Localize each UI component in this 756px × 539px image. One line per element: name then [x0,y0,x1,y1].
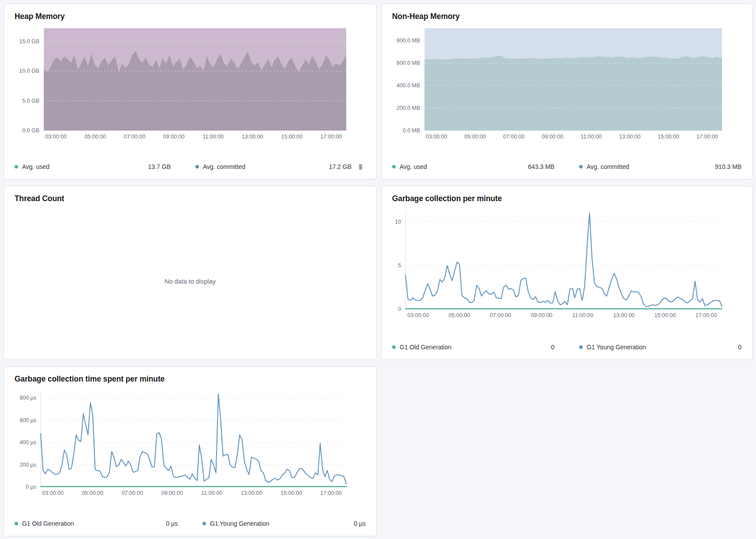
legend-series-label: G1 Young Generation [587,344,646,351]
legend-item-g1-old-generation[interactable]: G1 Old Generation 0 µs [15,520,178,527]
svg-text:13:00:00: 13:00:00 [613,312,635,318]
legend-series-label: G1 Old Generation [400,344,452,351]
legend-series-value: 0 [551,344,554,351]
thread-count-chart-canvas: No data to display [15,209,366,354]
svg-text:15:00:00: 15:00:00 [658,134,679,140]
svg-text:800.0 MB: 800.0 MB [397,37,420,44]
legend-item-avg-used[interactable]: Avg. used 13.7 GB [15,163,171,170]
legend-series-label: G1 Old Generation [22,520,74,527]
svg-text:15.0 GB: 15.0 GB [19,38,40,45]
svg-text:03:00:00: 03:00:00 [42,490,64,496]
svg-text:13:00:00: 13:00:00 [242,134,263,140]
svg-text:07:00:00: 07:00:00 [124,134,146,140]
series-green-dot-icon [392,345,396,349]
svg-text:03:00:00: 03:00:00 [426,134,447,140]
legend-item-avg-committed[interactable]: Avg. committed 910.3 MB [579,163,741,170]
svg-text:0: 0 [398,306,401,312]
series-green-dot-icon [15,165,18,168]
non-heap-memory-panel: Non-Heap Memory 0.0 MB200.0 MB400.0 MB60… [381,4,752,180]
svg-text:03:00:00: 03:00:00 [408,312,429,318]
svg-text:200.0 MB: 200.0 MB [397,105,420,111]
panel-title-gc-time-per-minute: Garbage collection time spent per minute [15,374,366,384]
gc-time-per-minute-legend: G1 Old Generation 0 µs G1 Young Generati… [15,516,366,531]
svg-text:07:00:00: 07:00:00 [503,134,525,140]
legend-item-g1-old-generation[interactable]: G1 Old Generation 0 [392,344,554,351]
legend-series-value: 17.2 GB [329,163,352,170]
legend-series-value: 0 µs [166,520,178,527]
svg-text:09:00:00: 09:00:00 [161,490,183,496]
svg-text:09:00:00: 09:00:00 [163,134,185,140]
svg-text:17:00:00: 17:00:00 [320,490,342,496]
panel-title-gc-per-minute: Garbage collection per minute [392,194,741,203]
heap-memory-legend: Avg. used 13.7 GB Avg. committed 17.2 GB [15,159,366,174]
svg-text:09:00:00: 09:00:00 [542,134,563,140]
svg-text:800 µs: 800 µs [19,395,36,401]
svg-text:09:00:00: 09:00:00 [531,312,553,318]
thread-count-panel: Thread Count No data to display [4,186,377,360]
svg-text:05:00:00: 05:00:00 [464,134,486,140]
svg-text:0.0 GB: 0.0 GB [22,127,39,134]
svg-text:07:00:00: 07:00:00 [122,490,143,496]
series-blue-dot-icon [195,165,199,168]
gc-per-minute-panel: Garbage collection per minute 051003:00:… [381,186,752,360]
panel-title-heap-memory: Heap Memory [15,12,366,21]
legend-series-label: Avg. committed [587,163,629,170]
legend-item-avg-used[interactable]: Avg. used 643.3 MB [392,163,554,170]
svg-text:10.0 GB: 10.0 GB [19,68,40,74]
svg-text:11:00:00: 11:00:00 [572,312,593,318]
svg-text:13:00:00: 13:00:00 [241,490,262,496]
svg-text:11:00:00: 11:00:00 [201,490,222,496]
svg-text:5: 5 [398,262,401,269]
no-data-message: No data to display [165,278,216,285]
legend-series-label: Avg. committed [203,163,245,170]
legend-scrollbar-thumb[interactable] [359,164,362,170]
svg-text:13:00:00: 13:00:00 [619,134,641,140]
series-blue-dot-icon [202,522,206,525]
legend-item-g1-young-generation[interactable]: G1 Young Generation 0 µs [202,520,366,527]
svg-text:400.0 MB: 400.0 MB [397,82,420,89]
series-green-dot-icon [15,522,18,525]
svg-text:0 µs: 0 µs [26,484,36,490]
svg-text:600.0 MB: 600.0 MB [397,60,420,66]
svg-text:17:00:00: 17:00:00 [320,134,342,140]
jvm-metrics-dashboard: Heap Memory 0.0 GB5.0 GB10.0 GB15.0 GB03… [0,0,756,539]
legend-series-value: 0 µs [354,520,366,527]
heap-memory-panel: Heap Memory 0.0 GB5.0 GB10.0 GB15.0 GB03… [4,4,377,180]
gc-time-per-minute-chart-canvas[interactable]: 0 µs200 µs400 µs600 µs800 µs03:00:0005:0… [15,390,366,498]
non-heap-memory-chart-canvas[interactable]: 0.0 MB200.0 MB400.0 MB600.0 MB800.0 MB03… [392,28,741,142]
svg-text:0.0 MB: 0.0 MB [403,127,420,134]
legend-series-value: 13.7 GB [148,163,171,170]
series-green-dot-icon [392,165,396,168]
svg-text:5.0 GB: 5.0 GB [22,98,39,104]
gc-per-minute-legend: G1 Old Generation 0 G1 Young Generation … [392,339,741,354]
svg-text:05:00:00: 05:00:00 [449,312,470,318]
heap-memory-chart-canvas[interactable]: 0.0 GB5.0 GB10.0 GB15.0 GB03:00:0005:00:… [15,28,366,142]
non-heap-memory-legend: Avg. used 643.3 MB Avg. committed 910.3 … [392,159,741,174]
svg-text:15:00:00: 15:00:00 [654,312,676,318]
svg-text:11:00:00: 11:00:00 [202,134,224,140]
panel-title-thread-count: Thread Count [15,194,366,203]
legend-series-label: Avg. used [400,163,427,170]
svg-text:05:00:00: 05:00:00 [82,490,104,496]
svg-text:11:00:00: 11:00:00 [580,134,602,140]
legend-series-label: G1 Young Generation [210,520,269,527]
svg-text:200 µs: 200 µs [19,462,36,468]
svg-text:400 µs: 400 µs [19,439,36,445]
gc-time-per-minute-panel: Garbage collection time spent per minute… [4,366,377,536]
legend-series-value: 0 [738,344,741,351]
svg-text:15:00:00: 15:00:00 [281,490,302,496]
svg-text:05:00:00: 05:00:00 [85,134,106,140]
svg-text:07:00:00: 07:00:00 [490,312,511,318]
legend-item-g1-young-generation[interactable]: G1 Young Generation 0 [579,344,741,351]
svg-text:17:00:00: 17:00:00 [696,134,718,140]
legend-item-avg-committed[interactable]: Avg. committed 17.2 GB [195,163,352,170]
series-blue-dot-icon [579,165,583,168]
svg-text:17:00:00: 17:00:00 [696,312,717,318]
svg-text:15:00:00: 15:00:00 [281,134,303,140]
svg-text:600 µs: 600 µs [19,417,36,423]
svg-text:10: 10 [395,219,401,225]
svg-text:03:00:00: 03:00:00 [45,134,67,140]
gc-per-minute-chart-canvas[interactable]: 051003:00:0005:00:0007:00:0009:00:0011:0… [392,210,741,321]
legend-series-label: Avg. used [22,163,49,170]
legend-series-value: 643.3 MB [528,163,554,170]
